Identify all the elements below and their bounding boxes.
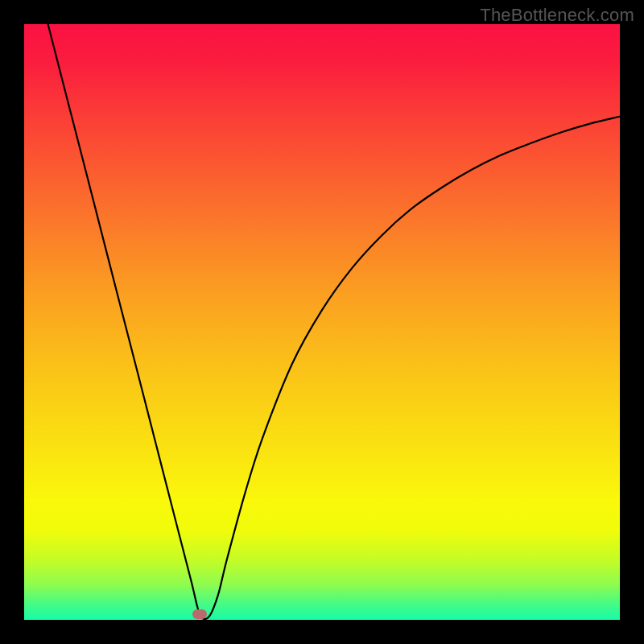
- chart-frame: TheBottleneck.com: [0, 0, 644, 644]
- bottleneck-curve: [24, 24, 620, 620]
- plot-area: [24, 24, 620, 620]
- attribution-text: TheBottleneck.com: [480, 5, 634, 26]
- minimum-marker: [192, 609, 207, 619]
